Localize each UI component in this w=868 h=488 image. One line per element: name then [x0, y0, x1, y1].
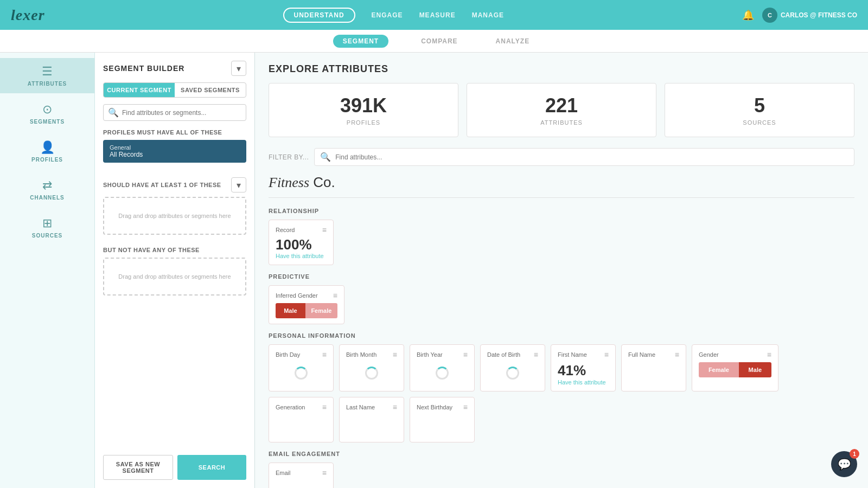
- birth-year-card: Birth Year ≡: [410, 344, 475, 391]
- sources-label: SOURCES: [676, 119, 843, 126]
- date-of-birth-spinner: [506, 367, 519, 380]
- understand-button[interactable]: UNDERSTAND: [283, 8, 355, 23]
- tab-segment[interactable]: SEGMENT: [333, 35, 388, 48]
- inferred-gender-menu-icon[interactable]: ≡: [333, 291, 337, 300]
- generation-body: [276, 415, 327, 436]
- tab-saved-segments[interactable]: SAVED SEGMENTS: [175, 83, 246, 97]
- inferred-gender-male: Male: [276, 303, 305, 318]
- full-name-menu-icon[interactable]: ≡: [675, 350, 679, 359]
- last-name-header: Last Name ≡: [346, 403, 397, 412]
- record-menu-icon[interactable]: ≡: [322, 226, 327, 234]
- last-name-title: Last Name: [346, 404, 375, 410]
- nav-center: UNDERSTAND ENGAGE MEASURE MANAGE: [283, 8, 504, 23]
- should-have-dropdown-button[interactable]: ▾: [231, 177, 246, 192]
- birth-year-title: Birth Year: [417, 351, 443, 358]
- last-name-menu-icon[interactable]: ≡: [393, 403, 397, 412]
- sidebar-label-profiles: PROFILES: [31, 157, 63, 163]
- record-card-header: Record ≡: [276, 226, 327, 234]
- tab-current-segment[interactable]: CURRENT SEGMENT: [104, 83, 175, 97]
- main-content: EXPLORE ATTRIBUTES 391K PROFILES 221 ATT…: [255, 53, 868, 488]
- gender-menu-icon[interactable]: ≡: [767, 350, 771, 359]
- predictive-cards: Inferred Gender ≡ Male Female: [269, 285, 854, 324]
- sidebar-item-segments[interactable]: ⊙ SEGMENTS: [0, 96, 94, 131]
- birth-day-menu-icon[interactable]: ≡: [322, 350, 327, 359]
- should-have-title: SHOULD HAVE AT LEAST 1 OF THESE: [103, 182, 221, 188]
- sidebar-item-attributes[interactable]: ☰ ATTRIBUTES: [0, 58, 94, 93]
- birth-month-title: Birth Month: [346, 351, 376, 358]
- sidebar: ☰ ATTRIBUTES ⊙ SEGMENTS 👤 PROFILES ⇄ CHA…: [0, 53, 95, 488]
- next-birthday-title: Next Birthday: [417, 404, 452, 410]
- generation-title: Generation: [276, 404, 305, 410]
- chat-bubble-button[interactable]: 💬 1: [831, 451, 857, 477]
- nav-manage[interactable]: MANAGE: [472, 11, 504, 19]
- nav-engage[interactable]: ENGAGE: [372, 11, 403, 19]
- birth-month-menu-icon[interactable]: ≡: [393, 350, 397, 359]
- must-not-have-drop-hint: Drag and drop attributes or segments her…: [118, 273, 231, 280]
- segment-builder-header: SEGMENT BUILDER ▾: [103, 61, 246, 76]
- segment-builder-panel: SEGMENT BUILDER ▾ CURRENT SEGMENT SAVED …: [95, 53, 255, 488]
- birth-day-body: [276, 362, 327, 384]
- profiles-value: 391K: [280, 94, 447, 117]
- tab-analyze[interactable]: ANALYZE: [490, 37, 535, 45]
- segment-builder-dropdown-button[interactable]: ▾: [231, 61, 246, 76]
- sidebar-item-profiles[interactable]: 👤 PROFILES: [0, 134, 94, 169]
- filter-search-input[interactable]: [335, 153, 848, 161]
- first-name-title: First Name: [558, 351, 587, 358]
- sidebar-item-channels[interactable]: ⇄ CHANNELS: [0, 172, 94, 207]
- record-title: Record: [276, 227, 295, 233]
- attributes-icon: ☰: [42, 65, 53, 79]
- search-button[interactable]: SEARCH: [177, 455, 246, 480]
- birth-year-menu-icon[interactable]: ≡: [463, 350, 468, 359]
- filter-search-container: 🔍: [314, 148, 854, 166]
- first-name-menu-icon[interactable]: ≡: [604, 350, 609, 359]
- full-name-body: [628, 362, 679, 384]
- logo-text: lexer: [11, 7, 45, 23]
- birth-day-header: Birth Day ≡: [276, 350, 327, 359]
- generation-card: Generation ≡: [269, 397, 334, 442]
- nav-measure[interactable]: MEASURE: [419, 11, 456, 19]
- email-header: Email ≡: [276, 468, 327, 477]
- birth-day-title: Birth Day: [276, 351, 300, 358]
- sidebar-item-sources[interactable]: ⊞ SOURCES: [0, 210, 94, 245]
- relationship-cards: Record ≡ 100% Have this attribute: [269, 220, 854, 265]
- stat-attributes: 221 ATTRIBUTES: [467, 83, 656, 137]
- must-have-category: General: [110, 144, 240, 151]
- email-engagement-cards: Email ≡: [269, 463, 854, 488]
- email-menu-icon[interactable]: ≡: [322, 468, 327, 477]
- gender-card: Gender ≡ Female Male: [692, 344, 778, 391]
- full-name-title: Full Name: [628, 351, 655, 358]
- birth-day-spinner: [295, 367, 308, 380]
- next-birthday-header: Next Birthday ≡: [417, 403, 468, 412]
- save-as-new-segment-button[interactable]: SAVE AS NEW SEGMENT: [103, 455, 173, 480]
- search-icon: 🔍: [108, 107, 119, 118]
- segment-builder-tabs: CURRENT SEGMENT SAVED SEGMENTS: [103, 82, 246, 98]
- first-name-card: First Name ≡ 41% Have this attribute: [551, 344, 616, 391]
- avatar: C: [762, 8, 777, 23]
- generation-header: Generation ≡: [276, 403, 327, 412]
- predictive-section-header: PREDICTIVE: [269, 273, 854, 280]
- tab-compare[interactable]: COMPARE: [416, 37, 463, 45]
- last-name-body: [346, 415, 397, 436]
- birth-year-spinner: [436, 367, 449, 380]
- nav-right: 🔔 C CARLOS @ FITNESS CO: [742, 8, 857, 23]
- full-name-card: Full Name ≡: [621, 344, 686, 391]
- must-have-title: PROFILES MUST HAVE ALL OF THESE: [103, 129, 246, 136]
- birth-day-card: Birth Day ≡: [269, 344, 334, 391]
- record-sub-label: Have this attribute: [276, 253, 327, 259]
- next-birthday-menu-icon[interactable]: ≡: [463, 403, 468, 412]
- notification-bell-icon[interactable]: 🔔: [742, 9, 754, 21]
- sidebar-label-segments: SEGMENTS: [30, 119, 65, 125]
- profiles-icon: 👤: [40, 140, 55, 155]
- inferred-gender-female: Female: [305, 303, 337, 318]
- generation-menu-icon[interactable]: ≡: [322, 403, 327, 412]
- stat-profiles: 391K PROFILES: [269, 83, 458, 137]
- must-not-have-divider: BUT NOT HAVE ANY OF THESE: [103, 247, 246, 253]
- date-of-birth-menu-icon[interactable]: ≡: [534, 350, 538, 359]
- must-not-have-drop-zone: Drag and drop attributes or segments her…: [103, 258, 246, 296]
- birth-month-card: Birth Month ≡: [339, 344, 404, 391]
- birth-year-header: Birth Year ≡: [417, 350, 468, 359]
- segment-search-input[interactable]: [122, 109, 241, 117]
- date-of-birth-card: Date of Birth ≡: [480, 344, 545, 391]
- email-engagement-section-header: EMAIL ENGAGEMENT: [269, 451, 854, 457]
- birth-month-spinner: [365, 367, 378, 380]
